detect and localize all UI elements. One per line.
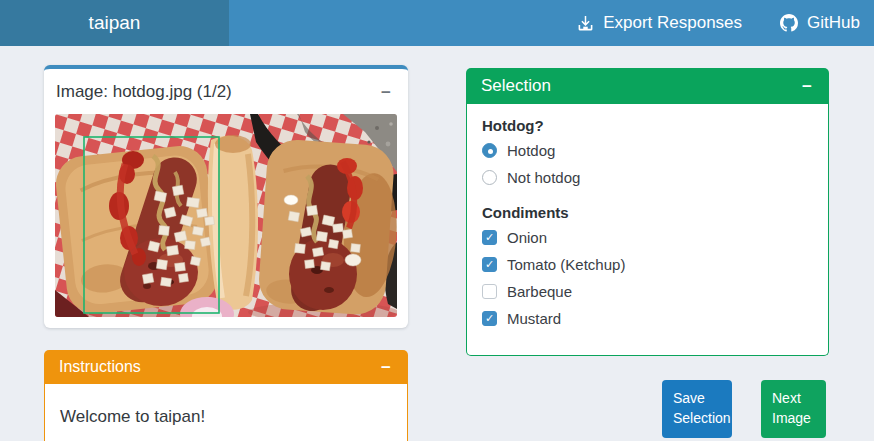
- main-content: Image: hotdog.jpg (1/2) −: [0, 46, 874, 441]
- right-column: Selection − Hotdog?HotdogNot hotdogCondi…: [466, 65, 829, 441]
- export-responses-link[interactable]: Export Responses: [577, 13, 742, 33]
- checkbox-checked-icon: [482, 230, 497, 245]
- annotation-image[interactable]: [55, 114, 397, 317]
- collapse-button[interactable]: −: [379, 84, 393, 101]
- navbar-links: Export Responses GitHub: [229, 0, 874, 46]
- left-column: Image: hotdog.jpg (1/2) −: [44, 65, 408, 441]
- image-panel-header: Image: hotdog.jpg (1/2) −: [44, 69, 408, 114]
- option-label: Tomato (Ketchup): [507, 256, 625, 273]
- selection-body: Hotdog?HotdogNot hotdogCondimentsOnionTo…: [466, 104, 829, 356]
- instructions-text: Welcome to taipan!: [60, 407, 205, 426]
- instructions-panel: Instructions − Welcome to taipan!: [44, 350, 408, 441]
- instructions-panel-header: Instructions −: [44, 350, 408, 384]
- radio-option-not-hotdog[interactable]: Not hotdog: [482, 169, 813, 186]
- export-responses-label: Export Responses: [603, 13, 742, 33]
- github-label: GitHub: [807, 13, 860, 33]
- collapse-button[interactable]: −: [379, 359, 393, 376]
- option-label: Barbeque: [507, 283, 572, 300]
- save-selection-button[interactable]: Save Selection: [662, 380, 732, 438]
- checkbox-option-onion[interactable]: Onion: [482, 229, 813, 246]
- option-label: Mustard: [507, 310, 561, 327]
- radio-unchecked-icon: [482, 170, 497, 185]
- action-buttons: Save Selection Next Image: [466, 380, 829, 438]
- option-label: Hotdog: [507, 142, 555, 159]
- checkbox-option-barbeque[interactable]: Barbeque: [482, 283, 813, 300]
- download-icon: [577, 15, 594, 32]
- radio-checked-icon: [482, 143, 497, 158]
- image-panel-body: [44, 114, 408, 328]
- brand-link[interactable]: taipan: [0, 0, 229, 46]
- selection-panel-title: Selection: [481, 76, 551, 96]
- option-label: Onion: [507, 229, 547, 246]
- option-label: Not hotdog: [507, 169, 580, 186]
- instructions-panel-title: Instructions: [59, 358, 141, 376]
- navbar: taipan Export Responses GitHub: [0, 0, 874, 46]
- checkbox-unchecked-icon: [482, 284, 497, 299]
- group-label-condiments: Condiments: [482, 204, 813, 221]
- next-image-button[interactable]: Next Image: [761, 380, 826, 438]
- github-link[interactable]: GitHub: [780, 13, 860, 33]
- group-label-hotdog: Hotdog?: [482, 117, 813, 134]
- github-icon: [780, 14, 798, 32]
- checkbox-option-tomato-ketchup[interactable]: Tomato (Ketchup): [482, 256, 813, 273]
- checkbox-checked-icon: [482, 311, 497, 326]
- checkbox-checked-icon: [482, 257, 497, 272]
- collapse-button[interactable]: −: [800, 78, 814, 95]
- instructions-panel-body: Welcome to taipan!: [44, 384, 408, 441]
- selection-panel-header: Selection −: [466, 68, 829, 104]
- image-panel: Image: hotdog.jpg (1/2) −: [44, 65, 408, 328]
- checkbox-option-mustard[interactable]: Mustard: [482, 310, 813, 327]
- image-panel-title: Image: hotdog.jpg (1/2): [56, 82, 232, 102]
- selection-panel: Selection − Hotdog?HotdogNot hotdogCondi…: [466, 68, 829, 356]
- radio-option-hotdog[interactable]: Hotdog: [482, 142, 813, 159]
